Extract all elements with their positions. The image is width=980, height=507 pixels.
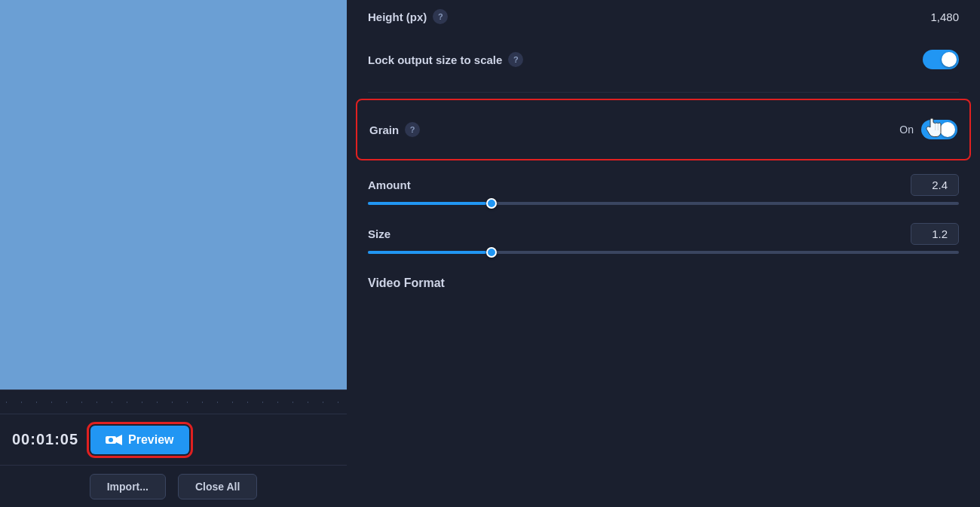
grain-help-badge[interactable]: ?: [405, 122, 420, 137]
size-slider-row: Size 1.2: [368, 215, 959, 264]
lock-section: Lock output size to scale ?: [368, 27, 959, 93]
amount-slider-track[interactable]: [368, 202, 959, 205]
grain-toggle-wrapper: On: [899, 120, 957, 139]
size-slider-fill: [368, 251, 486, 254]
size-slider-track[interactable]: [368, 251, 959, 254]
preview-button[interactable]: Preview: [90, 426, 188, 454]
timeline-bar: [0, 389, 347, 414]
size-value-box[interactable]: 1.2: [911, 223, 959, 245]
height-help-badge[interactable]: ?: [433, 9, 448, 24]
height-label: Height (px) ?: [368, 9, 448, 24]
amount-label-row: Amount 2.4: [368, 174, 959, 196]
size-slider-thumb[interactable]: [486, 247, 497, 258]
size-label-row: Size 1.2: [368, 223, 959, 245]
preview-button-label: Preview: [128, 433, 173, 447]
bottom-buttons: Import... Close All: [0, 465, 347, 507]
size-label: Size: [368, 228, 390, 240]
svg-marker-1: [116, 435, 122, 445]
grain-on-label: On: [899, 124, 914, 136]
grain-toggle-thumb: [940, 122, 955, 137]
preview-area: [0, 0, 347, 389]
grain-label: Grain ?: [369, 122, 420, 137]
lock-toggle[interactable]: [923, 50, 959, 69]
height-row: Height (px) ? 1,480: [368, 0, 959, 27]
import-button[interactable]: Import...: [90, 474, 166, 499]
grain-toggle[interactable]: [921, 120, 957, 139]
height-value: 1,480: [914, 11, 959, 23]
camera-icon: [106, 434, 122, 446]
lock-row: Lock output size to scale ?: [368, 41, 959, 78]
grain-section: Grain ? On: [356, 99, 971, 160]
amount-value-box[interactable]: 2.4: [911, 174, 959, 196]
close-all-button[interactable]: Close All: [178, 474, 257, 499]
timecode-display: 00:01:05: [12, 431, 78, 448]
controls-row: 00:01:05 Preview: [0, 414, 347, 465]
amount-slider-thumb[interactable]: [486, 198, 497, 209]
left-panel: 00:01:05 Preview Import... Close All: [0, 0, 347, 507]
svg-point-2: [109, 438, 113, 442]
amount-slider-fill: [368, 202, 486, 205]
lock-toggle-thumb: [942, 52, 957, 67]
amount-label: Amount: [368, 179, 411, 191]
video-format-label: Video Format: [368, 264, 959, 296]
lock-label: Lock output size to scale ?: [368, 52, 523, 67]
lock-help-badge[interactable]: ?: [508, 52, 523, 67]
grain-row: Grain ? On: [369, 111, 957, 148]
right-panel: Height (px) ? 1,480 Lock output size to …: [347, 0, 980, 507]
amount-slider-row: Amount 2.4: [368, 166, 959, 215]
timeline-ticks: [6, 402, 341, 403]
